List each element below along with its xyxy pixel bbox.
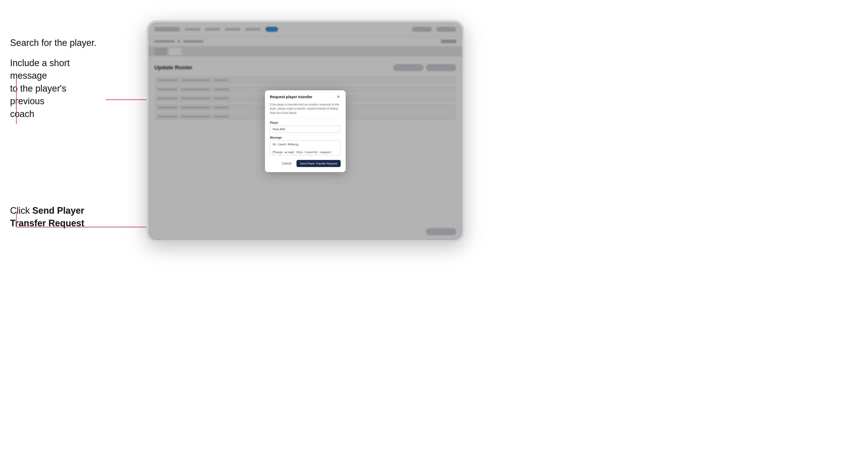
request-transfer-modal: Request player transfer ✕ If the player … (265, 90, 346, 172)
modal-description: If the player is transferring from anoth… (270, 102, 341, 118)
modal-close-button[interactable]: ✕ (336, 94, 341, 99)
annotation-search-text: Search for the player. (10, 37, 96, 49)
message-textarea[interactable]: Hi Coach McHarg, Please accept this tran… (270, 140, 341, 155)
modal-header: Request player transfer ✕ (265, 90, 346, 102)
player-label: Player (270, 121, 341, 124)
modal-overlay: Request player transfer ✕ If the player … (148, 22, 462, 240)
message-label: Message (270, 136, 341, 139)
send-transfer-request-button[interactable]: Send Player Transfer Request (297, 160, 341, 167)
annotation-click-bold: Send PlayerTransfer Request (10, 206, 84, 228)
modal-title: Request player transfer (270, 95, 312, 99)
tablet-device: Update Roster (146, 20, 464, 242)
annotation-message-text: Include a short messageto the player's p… (10, 57, 101, 120)
cancel-button[interactable]: Cancel (279, 160, 294, 167)
modal-body: If the player is transferring from anoth… (265, 102, 346, 172)
annotation-click-text: Click Send PlayerTransfer Request (10, 205, 101, 230)
modal-footer: Cancel Send Player Transfer Request (270, 160, 341, 167)
player-input[interactable] (270, 125, 341, 133)
